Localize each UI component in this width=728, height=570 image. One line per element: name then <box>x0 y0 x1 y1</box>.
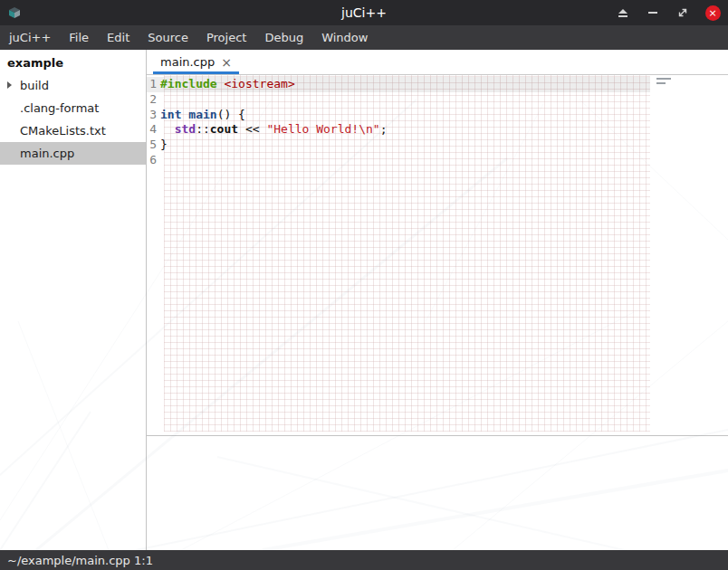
tree-item-cmakelists-txt[interactable]: CMakeLists.txt <box>0 119 146 142</box>
menu-item-juci[interactable]: juCi++ <box>0 25 60 50</box>
tab-label: main.cpp <box>160 55 215 69</box>
content-area: example build.clang-formatCMakeLists.txt… <box>0 50 728 550</box>
close-icon: × <box>705 5 721 21</box>
menu-item-source[interactable]: Source <box>139 25 197 50</box>
menu-item-debug[interactable]: Debug <box>255 25 312 50</box>
title-bar: juCi++ × <box>0 0 728 25</box>
main-pane: main.cpp× 1#include <iostream>23int main… <box>147 50 728 550</box>
tree-item-label: .clang-format <box>20 101 99 115</box>
app-window: juCi++ × juCi++FileEditSourceProjectDebu… <box>0 0 728 570</box>
status-path: ~/example/main.cpp 1:1 <box>7 554 153 567</box>
window-controls: × <box>615 0 721 25</box>
keep-above-button[interactable] <box>615 5 631 21</box>
file-tree-items: build.clang-formatCMakeLists.txtmain.cpp <box>0 74 146 165</box>
file-tree: example build.clang-formatCMakeLists.txt… <box>0 50 147 550</box>
code-text: #include <iostream> <box>160 77 295 92</box>
line-number: 5 <box>147 138 160 153</box>
status-bar: ~/example/main.cpp 1:1 <box>0 550 728 570</box>
terminal-panel[interactable] <box>147 435 728 550</box>
menu-bar: juCi++FileEditSourceProjectDebugWindow <box>0 25 728 50</box>
menu-item-project[interactable]: Project <box>197 25 255 50</box>
line-number: 2 <box>147 92 160 108</box>
resize-diagonal-icon <box>677 7 688 18</box>
expander-icon[interactable] <box>7 81 12 89</box>
tree-item-label: build <box>20 79 49 92</box>
code-text: int main() { <box>160 108 245 123</box>
menu-item-file[interactable]: File <box>60 25 98 50</box>
menu-item-edit[interactable]: Edit <box>98 25 139 50</box>
code-editor[interactable]: 1#include <iostream>23int main() {4 std:… <box>147 75 728 435</box>
tab-bar: main.cpp× <box>147 50 728 75</box>
code-line[interactable]: 5} <box>147 138 650 153</box>
tree-item-build[interactable]: build <box>0 74 146 97</box>
tree-item-label: CMakeLists.txt <box>20 124 106 138</box>
code-text: std::cout << "Hello World!\n"; <box>160 122 387 138</box>
line-number: 4 <box>147 122 160 138</box>
scroll-overview[interactable] <box>656 78 684 87</box>
tab-close-icon[interactable]: × <box>221 56 232 69</box>
project-root-label: example <box>0 50 146 74</box>
editor-lines: 1#include <iostream>23int main() {4 std:… <box>147 75 650 168</box>
code-line[interactable]: 6 <box>147 153 650 168</box>
minimize-icon <box>648 12 657 14</box>
tab-main-cpp[interactable]: main.cpp× <box>151 50 241 74</box>
code-line[interactable]: 1#include <iostream> <box>147 77 650 92</box>
close-button[interactable]: × <box>704 5 721 21</box>
code-line[interactable]: 4 std::cout << "Hello World!\n"; <box>147 122 650 138</box>
line-number: 3 <box>147 108 160 123</box>
menu-item-window[interactable]: Window <box>312 25 377 50</box>
maximize-button[interactable] <box>675 5 691 21</box>
minimize-button[interactable] <box>645 5 661 21</box>
eject-icon <box>618 9 627 17</box>
line-number: 1 <box>147 77 160 92</box>
tree-item-clang-format[interactable]: .clang-format <box>0 97 146 119</box>
tree-item-label: main.cpp <box>20 147 74 160</box>
code-line[interactable]: 3int main() { <box>147 108 650 123</box>
code-line[interactable]: 2 <box>147 92 650 108</box>
code-text: } <box>160 138 168 153</box>
line-number: 6 <box>147 153 160 168</box>
tree-item-main-cpp[interactable]: main.cpp <box>0 142 146 165</box>
